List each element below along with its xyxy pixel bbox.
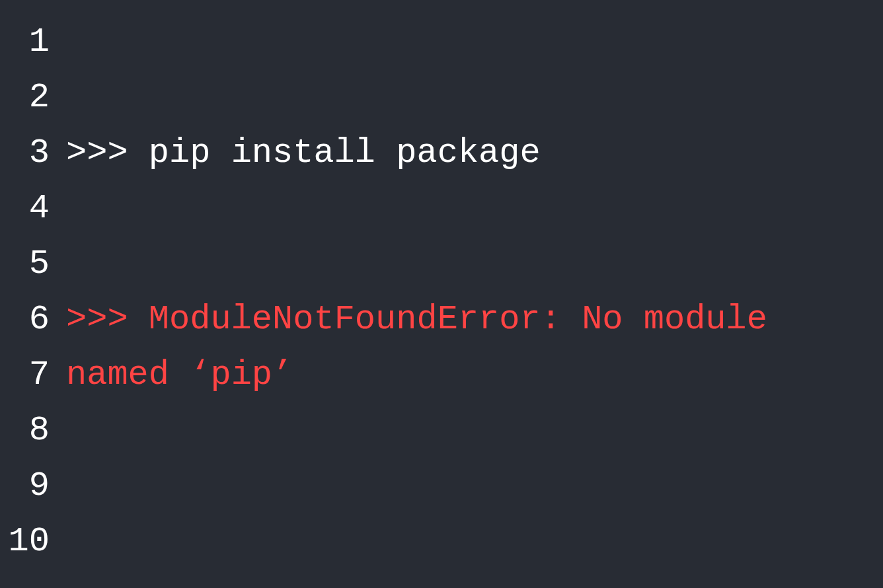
line-number: 2 [0,70,66,126]
code-line-blank [66,237,863,292]
line-number: 7 [0,348,66,403]
line-number-gutter: 1 2 3 4 5 6 7 8 9 10 [0,0,66,588]
code-line-error: >>> ModuleNotFoundError: No module named… [66,292,863,403]
code-line-command: >>> pip install package [66,126,863,181]
line-number: 10 [0,514,66,570]
editor-area[interactable]: >>> pip install package >>> ModuleNotFou… [66,0,883,588]
line-number: 9 [0,459,66,514]
code-line-blank [66,459,863,514]
code-line-blank [66,403,863,459]
line-number: 1 [0,15,66,70]
line-number: 4 [0,181,66,237]
line-number: 6 [0,292,66,348]
line-number: 3 [0,126,66,181]
line-number: 5 [0,237,66,292]
code-line-blank [66,15,863,70]
code-line-blank [66,181,863,237]
code-line-blank [66,70,863,126]
code-line-blank [66,514,863,570]
line-number: 8 [0,403,66,459]
